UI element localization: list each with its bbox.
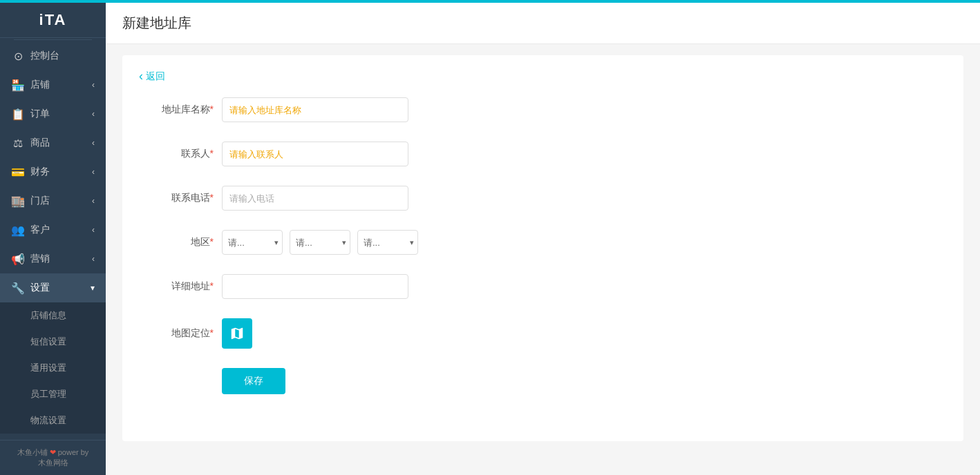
submenu-staff[interactable]: 员工管理 xyxy=(0,381,106,407)
sidebar-item-label: 控制台 xyxy=(30,50,59,62)
input-contact[interactable] xyxy=(222,142,408,166)
form-row-name: 地址库名称* xyxy=(139,97,947,122)
heart-icon: ❤ xyxy=(50,448,56,456)
footer-power: power by xyxy=(58,448,89,456)
main-content: 新建地址库 返回 地址库名称* 联系人* 联系电话* xyxy=(106,0,980,475)
sidebar-item-label: 订单 xyxy=(30,108,50,120)
marketing-icon: 📢 xyxy=(11,252,25,266)
sidebar-item-product[interactable]: ⚖ 商品 ‹ xyxy=(0,128,106,157)
form-row-region: 地区* 请... 请... 请... xyxy=(139,230,947,255)
chevron-right-icon: ‹ xyxy=(92,225,95,235)
label-name: 地址库名称* xyxy=(139,104,222,116)
region-select-district[interactable]: 请... xyxy=(357,230,418,255)
submenu-sms[interactable]: 短信设置 xyxy=(0,329,106,355)
required-mark: * xyxy=(210,192,214,203)
page-body: 返回 地址库名称* 联系人* 联系电话* xyxy=(106,44,980,475)
form-row-contact: 联系人* xyxy=(139,142,947,166)
region-select-city[interactable]: 请... xyxy=(290,230,350,255)
region-select-city-wrapper: 请... xyxy=(290,230,350,255)
sidebar-item-branch[interactable]: 🏬 门店 ‹ xyxy=(0,186,106,215)
input-name[interactable] xyxy=(222,97,408,122)
page-header: 新建地址库 xyxy=(106,3,980,44)
chevron-right-icon: ‹ xyxy=(92,109,95,119)
save-button[interactable]: 保存 xyxy=(222,368,285,394)
input-phone[interactable] xyxy=(222,186,408,211)
form-card: 返回 地址库名称* 联系人* 联系电话* xyxy=(122,55,963,441)
customer-icon: 👥 xyxy=(11,223,25,237)
label-phone: 联系电话* xyxy=(139,192,222,204)
map-button[interactable] xyxy=(222,318,252,349)
label-contact: 联系人* xyxy=(139,148,222,160)
sidebar-item-store[interactable]: 🏪 店铺 ‹ xyxy=(0,70,106,99)
footer-company: 木鱼网络 xyxy=(38,458,68,467)
sidebar-item-label: 设置 xyxy=(30,282,50,294)
sidebar-item-label: 店铺 xyxy=(30,79,50,91)
label-region: 地区* xyxy=(139,236,222,249)
chevron-right-icon: ‹ xyxy=(92,167,95,177)
map-icon xyxy=(229,326,245,341)
chevron-right-icon: ‹ xyxy=(92,138,95,148)
sidebar-item-marketing[interactable]: 📢 营销 ‹ xyxy=(0,244,106,273)
chevron-right-icon: ‹ xyxy=(92,196,95,206)
sidebar-logo: iTA xyxy=(0,3,106,38)
sidebar-item-label: 客户 xyxy=(30,224,50,236)
store-icon: 🏪 xyxy=(11,78,25,92)
chevron-right-icon: ‹ xyxy=(92,254,95,264)
product-icon: ⚖ xyxy=(11,136,25,150)
order-icon: 📋 xyxy=(11,107,25,121)
sidebar-item-settings[interactable]: 🔧 设置 ▾ xyxy=(0,273,106,302)
sidebar-menu: ⊙ 控制台 🏪 店铺 ‹ 📋 订单 ‹ ⚖ 商品 ‹ 💳 财务 ‹ 🏬 门店 ‹ xyxy=(0,41,106,440)
branch-icon: 🏬 xyxy=(11,194,25,208)
input-address[interactable] xyxy=(222,274,408,299)
submenu-logistics[interactable]: 物流设置 xyxy=(0,407,106,434)
region-select-province[interactable]: 请... xyxy=(222,230,283,255)
dashboard-icon: ⊙ xyxy=(11,49,25,63)
label-address: 详细地址* xyxy=(139,280,222,293)
required-mark: * xyxy=(210,236,214,247)
sidebar-divider xyxy=(14,39,92,40)
form-row-map: 地图定位* xyxy=(139,318,947,349)
submenu-store-info[interactable]: 店铺信息 xyxy=(0,302,106,329)
sidebar-item-label: 营销 xyxy=(30,253,50,265)
region-selects: 请... 请... 请... xyxy=(222,230,418,255)
sidebar-item-customer[interactable]: 👥 客户 ‹ xyxy=(0,215,106,244)
submenu-general[interactable]: 通用设置 xyxy=(0,355,106,381)
sidebar-item-label: 门店 xyxy=(30,195,50,207)
footer-brand: 木鱼小铺 xyxy=(17,448,48,456)
sidebar-item-finance[interactable]: 💳 财务 ‹ xyxy=(0,157,106,186)
form-row-save: 保存 xyxy=(139,368,947,394)
sidebar: iTA ⊙ 控制台 🏪 店铺 ‹ 📋 订单 ‹ ⚖ 商品 ‹ 💳 财务 ‹ 🏬 xyxy=(0,0,106,475)
page-title: 新建地址库 xyxy=(122,14,963,32)
chevron-right-icon: ‹ xyxy=(92,80,95,90)
region-select-district-wrapper: 请... xyxy=(357,230,418,255)
finance-icon: 💳 xyxy=(11,165,25,179)
form-row-address: 详细地址* xyxy=(139,274,947,299)
required-mark: * xyxy=(210,104,214,115)
sidebar-item-label: 财务 xyxy=(30,166,50,178)
region-select-province-wrapper: 请... xyxy=(222,230,283,255)
back-link[interactable]: 返回 xyxy=(139,69,165,84)
required-mark: * xyxy=(210,327,214,338)
required-mark: * xyxy=(210,280,214,291)
sidebar-footer: 木鱼小铺 ❤ power by 木鱼网络 xyxy=(0,440,106,475)
sidebar-item-dashboard[interactable]: ⊙ 控制台 xyxy=(0,41,106,70)
settings-submenu: 店铺信息 短信设置 通用设置 员工管理 物流设置 xyxy=(0,302,106,434)
settings-icon: 🔧 xyxy=(11,281,25,295)
sidebar-item-label: 商品 xyxy=(30,137,50,149)
required-mark: * xyxy=(210,148,214,159)
sidebar-item-order[interactable]: 📋 订单 ‹ xyxy=(0,99,106,128)
chevron-down-icon: ▾ xyxy=(91,283,95,293)
label-map: 地图定位* xyxy=(139,327,222,340)
form-row-phone: 联系电话* xyxy=(139,186,947,211)
